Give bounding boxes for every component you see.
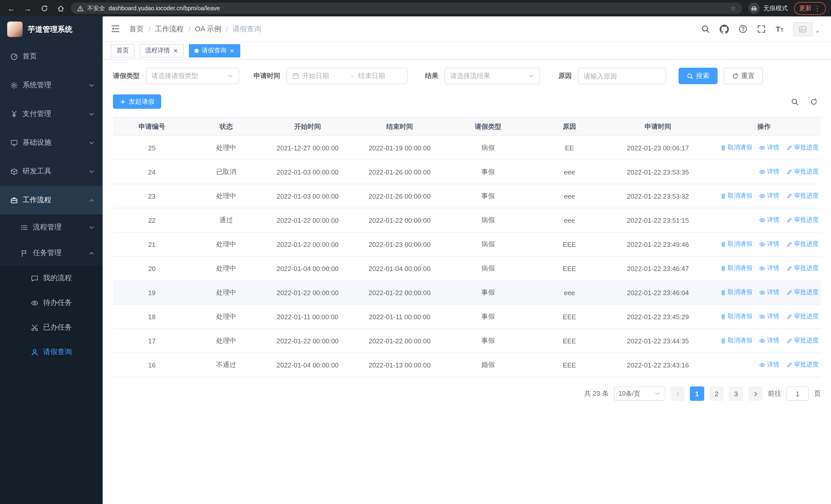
table-row[interactable]: 16 不通过 2022-01-04 00:00:00 2022-01-13 00… bbox=[113, 353, 821, 377]
detail-link[interactable]: 详情 bbox=[760, 264, 779, 273]
bookmark-star-icon[interactable]: ☆ bbox=[730, 4, 736, 12]
create-leave-button[interactable]: 发起请假 bbox=[113, 94, 161, 109]
browser-update-button[interactable]: 更新 ⋮ bbox=[794, 2, 826, 14]
browser-reload-button[interactable] bbox=[38, 2, 50, 14]
approval-progress-link[interactable]: 审批进度 bbox=[786, 336, 819, 345]
detail-label: 详情 bbox=[767, 336, 779, 345]
table-row[interactable]: 24 已取消 2022-01-03 00:00:00 2022-01-26 00… bbox=[113, 160, 821, 184]
detail-link[interactable]: 详情 bbox=[760, 288, 779, 297]
sidebar-item-dev-tools[interactable]: 研发工具 bbox=[0, 157, 103, 186]
sidebar-item-todo-tasks[interactable]: 待办任务 bbox=[0, 291, 103, 315]
browser-home-button[interactable] bbox=[54, 2, 67, 14]
page-button-3[interactable]: 3 bbox=[729, 386, 743, 401]
sidebar-item-my-process[interactable]: 我的流程 bbox=[0, 266, 103, 291]
leave-type-select[interactable]: 请选择请假类型 bbox=[146, 68, 239, 84]
table-row[interactable]: 25 处理中 2021-12-27 00:00:00 2022-01-19 00… bbox=[113, 136, 821, 160]
cancel-leave-link[interactable]: 取消请假 bbox=[720, 312, 752, 321]
goto-page-input[interactable] bbox=[786, 386, 809, 401]
date-range-picker[interactable]: 开始日期 - 结束日期 bbox=[286, 68, 407, 84]
security-warning-icon[interactable] bbox=[77, 5, 84, 11]
github-icon[interactable] bbox=[720, 24, 729, 34]
reset-button[interactable]: 重置 bbox=[724, 68, 763, 84]
menu-fold-button[interactable] bbox=[111, 24, 121, 34]
table-row[interactable]: 19 处理中 2022-01-22 00:00:00 2022-01-22 00… bbox=[113, 280, 821, 305]
sidebar-item-leave-query[interactable]: 请假查询 bbox=[0, 340, 103, 364]
cancel-leave-link[interactable]: 取消请假 bbox=[720, 336, 752, 345]
app-header: 首页 / 工作流程 / OA 示例 / 请假查询 TT ▾ bbox=[103, 17, 831, 42]
detail-link[interactable]: 详情 bbox=[760, 144, 779, 152]
approval-progress-link[interactable]: 审批进度 bbox=[786, 240, 819, 249]
page-button-2[interactable]: 2 bbox=[709, 386, 724, 401]
breadcrumb-item[interactable]: OA 示例 bbox=[195, 24, 222, 34]
cancel-leave-link[interactable]: 取消请假 bbox=[720, 240, 752, 249]
cancel-leave-link[interactable]: 取消请假 bbox=[720, 288, 752, 297]
detail-link[interactable]: 详情 bbox=[760, 192, 779, 200]
edit-icon bbox=[786, 193, 793, 199]
sidebar-item-system-management[interactable]: 系统管理 bbox=[0, 71, 103, 99]
page-button-1[interactable]: 1 bbox=[690, 386, 704, 401]
approval-progress-link[interactable]: 审批进度 bbox=[786, 312, 819, 321]
font-size-icon[interactable]: TT bbox=[776, 25, 783, 33]
breadcrumb-item[interactable]: 首页 bbox=[130, 24, 144, 34]
user-avatar[interactable] bbox=[793, 22, 813, 36]
cancel-leave-link[interactable]: 取消请假 bbox=[720, 192, 752, 200]
approval-progress-link[interactable]: 审批进度 bbox=[786, 288, 819, 297]
sidebar-item-workflow[interactable]: 工作流程 bbox=[0, 186, 103, 214]
browser-menu-icon[interactable]: ⋮ bbox=[814, 4, 821, 12]
approval-progress-link[interactable]: 审批进度 bbox=[786, 360, 819, 369]
refresh-table-icon[interactable] bbox=[810, 98, 818, 106]
cell-apply-id: 25 bbox=[113, 136, 191, 160]
page-size-select[interactable]: 10条/页 bbox=[614, 386, 665, 401]
help-icon[interactable] bbox=[739, 25, 747, 33]
search-toggle-icon[interactable] bbox=[791, 98, 799, 106]
table-row[interactable]: 22 通过 2022-01-22 00:00:00 2022-01-22 00:… bbox=[113, 208, 821, 232]
detail-link[interactable]: 详情 bbox=[760, 240, 779, 249]
filter-leave-type: 请假类型 请选择请假类型 bbox=[113, 68, 254, 84]
sidebar-item-process-management[interactable]: 流程管理 bbox=[0, 214, 103, 240]
table-row[interactable]: 23 处理中 2022-01-03 00:00:00 2022-01-26 00… bbox=[113, 184, 821, 208]
tab-leave-query[interactable]: 请假查询 bbox=[189, 44, 240, 57]
next-page-button[interactable] bbox=[748, 386, 763, 401]
table-row[interactable]: 21 处理中 2022-01-22 00:00:00 2022-01-23 00… bbox=[113, 232, 821, 256]
app-logo[interactable]: 芋道管理系统 bbox=[0, 17, 103, 42]
detail-link[interactable]: 详情 bbox=[760, 336, 779, 345]
security-warning-label[interactable]: 不安全 bbox=[87, 4, 105, 12]
table-row[interactable]: 18 处理中 2022-01-11 00:00:00 2022-01-11 00… bbox=[113, 305, 821, 329]
prev-page-button[interactable] bbox=[670, 386, 685, 401]
detail-link[interactable]: 详情 bbox=[760, 216, 779, 225]
sidebar-item-task-management[interactable]: 任务管理 bbox=[0, 240, 103, 266]
tab-process-detail[interactable]: 流程详情 bbox=[140, 44, 184, 57]
approval-progress-link[interactable]: 审批进度 bbox=[786, 168, 819, 176]
search-icon[interactable] bbox=[701, 25, 710, 33]
sidebar-item-infrastructure[interactable]: 基础设施 bbox=[0, 128, 103, 157]
search-button[interactable]: 搜索 bbox=[679, 68, 718, 84]
sidebar-item-label: 首页 bbox=[23, 52, 103, 61]
close-icon[interactable] bbox=[229, 48, 235, 53]
detail-link[interactable]: 详情 bbox=[760, 360, 779, 369]
browser-forward-button[interactable]: → bbox=[22, 2, 34, 14]
detail-link[interactable]: 详情 bbox=[760, 168, 779, 176]
approval-progress-link[interactable]: 审批进度 bbox=[786, 264, 819, 273]
cell-start-time: 2022-01-22 00:00:00 bbox=[261, 329, 354, 353]
fullscreen-icon[interactable] bbox=[757, 25, 766, 33]
breadcrumb-item[interactable]: 工作流程 bbox=[155, 24, 184, 34]
url-text[interactable]: dashboard.yudao.iocoder.cn/bpm/oa/leave bbox=[109, 5, 220, 11]
approval-progress-link[interactable]: 审批进度 bbox=[786, 216, 819, 225]
cancel-leave-link[interactable]: 取消请假 bbox=[720, 144, 752, 152]
approval-progress-link[interactable]: 审批进度 bbox=[786, 192, 819, 200]
detail-link[interactable]: 详情 bbox=[760, 312, 779, 321]
close-icon[interactable] bbox=[173, 48, 178, 53]
avatar-dropdown-caret[interactable]: ▾ bbox=[816, 29, 819, 36]
cancel-leave-link[interactable]: 取消请假 bbox=[720, 264, 752, 273]
table-row[interactable]: 17 处理中 2022-01-22 00:00:00 2022-01-22 00… bbox=[113, 329, 821, 353]
sidebar-item-home[interactable]: 首页 bbox=[0, 42, 103, 71]
approval-progress-link[interactable]: 审批进度 bbox=[786, 144, 819, 152]
tab-home[interactable]: 首页 bbox=[111, 44, 135, 57]
sidebar-item-done-tasks[interactable]: 已办任务 bbox=[0, 315, 103, 340]
reason-input[interactable] bbox=[583, 68, 661, 84]
browser-back-button[interactable]: ← bbox=[5, 2, 18, 14]
sidebar-item-payment-management[interactable]: 支付管理 bbox=[0, 99, 103, 128]
address-bar[interactable]: 不安全 dashboard.yudao.iocoder.cn/bpm/oa/le… bbox=[71, 3, 742, 14]
table-row[interactable]: 20 处理中 2022-01-04 00:00:00 2022-01-04 00… bbox=[113, 256, 821, 280]
result-select[interactable]: 请选择流结果 bbox=[445, 68, 540, 84]
